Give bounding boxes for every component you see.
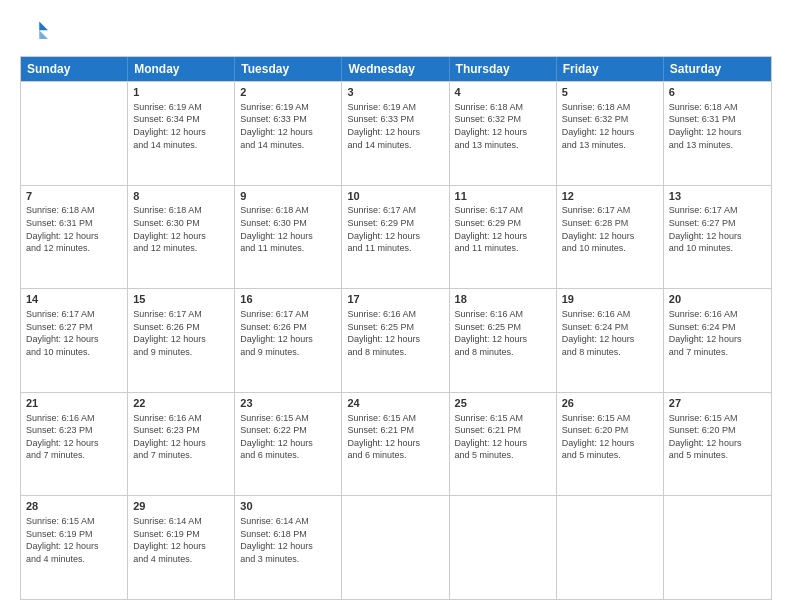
day-info: Sunrise: 6:16 AM Sunset: 6:25 PM Dayligh…	[455, 308, 551, 358]
day-info: Sunrise: 6:16 AM Sunset: 6:24 PM Dayligh…	[669, 308, 766, 358]
day-number: 27	[669, 396, 766, 411]
day-number: 29	[133, 499, 229, 514]
day-info: Sunrise: 6:17 AM Sunset: 6:27 PM Dayligh…	[669, 204, 766, 254]
day-number: 15	[133, 292, 229, 307]
calendar-cell-5: 5Sunrise: 6:18 AM Sunset: 6:32 PM Daylig…	[557, 82, 664, 185]
day-info: Sunrise: 6:17 AM Sunset: 6:28 PM Dayligh…	[562, 204, 658, 254]
calendar-cell-30: 30Sunrise: 6:14 AM Sunset: 6:18 PM Dayli…	[235, 496, 342, 599]
day-number: 1	[133, 85, 229, 100]
calendar-cell-10: 10Sunrise: 6:17 AM Sunset: 6:29 PM Dayli…	[342, 186, 449, 289]
day-info: Sunrise: 6:17 AM Sunset: 6:26 PM Dayligh…	[240, 308, 336, 358]
header-day-monday: Monday	[128, 57, 235, 81]
day-number: 8	[133, 189, 229, 204]
calendar-cell-21: 21Sunrise: 6:16 AM Sunset: 6:23 PM Dayli…	[21, 393, 128, 496]
day-number: 10	[347, 189, 443, 204]
day-info: Sunrise: 6:15 AM Sunset: 6:21 PM Dayligh…	[347, 412, 443, 462]
day-info: Sunrise: 6:19 AM Sunset: 6:33 PM Dayligh…	[240, 101, 336, 151]
calendar-cell-6: 6Sunrise: 6:18 AM Sunset: 6:31 PM Daylig…	[664, 82, 771, 185]
calendar-cell-8: 8Sunrise: 6:18 AM Sunset: 6:30 PM Daylig…	[128, 186, 235, 289]
day-number: 18	[455, 292, 551, 307]
header	[20, 18, 772, 46]
day-number: 11	[455, 189, 551, 204]
calendar-cell-17: 17Sunrise: 6:16 AM Sunset: 6:25 PM Dayli…	[342, 289, 449, 392]
logo	[20, 18, 52, 46]
calendar-row-5: 28Sunrise: 6:15 AM Sunset: 6:19 PM Dayli…	[21, 495, 771, 599]
calendar-cell-18: 18Sunrise: 6:16 AM Sunset: 6:25 PM Dayli…	[450, 289, 557, 392]
calendar-cell-26: 26Sunrise: 6:15 AM Sunset: 6:20 PM Dayli…	[557, 393, 664, 496]
day-info: Sunrise: 6:14 AM Sunset: 6:18 PM Dayligh…	[240, 515, 336, 565]
day-info: Sunrise: 6:16 AM Sunset: 6:23 PM Dayligh…	[133, 412, 229, 462]
calendar-cell-empty	[450, 496, 557, 599]
day-info: Sunrise: 6:18 AM Sunset: 6:31 PM Dayligh…	[669, 101, 766, 151]
calendar-cell-9: 9Sunrise: 6:18 AM Sunset: 6:30 PM Daylig…	[235, 186, 342, 289]
day-info: Sunrise: 6:17 AM Sunset: 6:27 PM Dayligh…	[26, 308, 122, 358]
day-info: Sunrise: 6:15 AM Sunset: 6:20 PM Dayligh…	[669, 412, 766, 462]
day-number: 23	[240, 396, 336, 411]
calendar-cell-28: 28Sunrise: 6:15 AM Sunset: 6:19 PM Dayli…	[21, 496, 128, 599]
day-info: Sunrise: 6:16 AM Sunset: 6:24 PM Dayligh…	[562, 308, 658, 358]
day-info: Sunrise: 6:16 AM Sunset: 6:23 PM Dayligh…	[26, 412, 122, 462]
calendar-row-3: 14Sunrise: 6:17 AM Sunset: 6:27 PM Dayli…	[21, 288, 771, 392]
calendar: SundayMondayTuesdayWednesdayThursdayFrid…	[20, 56, 772, 600]
calendar-cell-16: 16Sunrise: 6:17 AM Sunset: 6:26 PM Dayli…	[235, 289, 342, 392]
calendar-cell-12: 12Sunrise: 6:17 AM Sunset: 6:28 PM Dayli…	[557, 186, 664, 289]
day-number: 19	[562, 292, 658, 307]
calendar-cell-15: 15Sunrise: 6:17 AM Sunset: 6:26 PM Dayli…	[128, 289, 235, 392]
calendar-header: SundayMondayTuesdayWednesdayThursdayFrid…	[21, 57, 771, 81]
header-day-friday: Friday	[557, 57, 664, 81]
day-number: 13	[669, 189, 766, 204]
day-info: Sunrise: 6:18 AM Sunset: 6:30 PM Dayligh…	[133, 204, 229, 254]
day-info: Sunrise: 6:19 AM Sunset: 6:33 PM Dayligh…	[347, 101, 443, 151]
day-info: Sunrise: 6:19 AM Sunset: 6:34 PM Dayligh…	[133, 101, 229, 151]
page: SundayMondayTuesdayWednesdayThursdayFrid…	[0, 0, 792, 612]
calendar-row-4: 21Sunrise: 6:16 AM Sunset: 6:23 PM Dayli…	[21, 392, 771, 496]
calendar-cell-13: 13Sunrise: 6:17 AM Sunset: 6:27 PM Dayli…	[664, 186, 771, 289]
header-day-wednesday: Wednesday	[342, 57, 449, 81]
day-info: Sunrise: 6:15 AM Sunset: 6:22 PM Dayligh…	[240, 412, 336, 462]
calendar-cell-19: 19Sunrise: 6:16 AM Sunset: 6:24 PM Dayli…	[557, 289, 664, 392]
day-info: Sunrise: 6:18 AM Sunset: 6:31 PM Dayligh…	[26, 204, 122, 254]
day-info: Sunrise: 6:15 AM Sunset: 6:19 PM Dayligh…	[26, 515, 122, 565]
calendar-cell-3: 3Sunrise: 6:19 AM Sunset: 6:33 PM Daylig…	[342, 82, 449, 185]
calendar-cell-25: 25Sunrise: 6:15 AM Sunset: 6:21 PM Dayli…	[450, 393, 557, 496]
day-number: 26	[562, 396, 658, 411]
calendar-cell-1: 1Sunrise: 6:19 AM Sunset: 6:34 PM Daylig…	[128, 82, 235, 185]
day-info: Sunrise: 6:16 AM Sunset: 6:25 PM Dayligh…	[347, 308, 443, 358]
calendar-cell-2: 2Sunrise: 6:19 AM Sunset: 6:33 PM Daylig…	[235, 82, 342, 185]
day-number: 20	[669, 292, 766, 307]
day-number: 21	[26, 396, 122, 411]
calendar-cell-7: 7Sunrise: 6:18 AM Sunset: 6:31 PM Daylig…	[21, 186, 128, 289]
day-info: Sunrise: 6:17 AM Sunset: 6:29 PM Dayligh…	[347, 204, 443, 254]
calendar-row-1: 1Sunrise: 6:19 AM Sunset: 6:34 PM Daylig…	[21, 81, 771, 185]
calendar-cell-29: 29Sunrise: 6:14 AM Sunset: 6:19 PM Dayli…	[128, 496, 235, 599]
day-info: Sunrise: 6:18 AM Sunset: 6:32 PM Dayligh…	[562, 101, 658, 151]
header-day-saturday: Saturday	[664, 57, 771, 81]
header-day-sunday: Sunday	[21, 57, 128, 81]
header-day-thursday: Thursday	[450, 57, 557, 81]
day-info: Sunrise: 6:15 AM Sunset: 6:20 PM Dayligh…	[562, 412, 658, 462]
logo-icon	[20, 18, 48, 46]
svg-marker-0	[39, 22, 48, 31]
calendar-cell-4: 4Sunrise: 6:18 AM Sunset: 6:32 PM Daylig…	[450, 82, 557, 185]
day-number: 28	[26, 499, 122, 514]
day-number: 24	[347, 396, 443, 411]
day-number: 17	[347, 292, 443, 307]
day-number: 3	[347, 85, 443, 100]
day-info: Sunrise: 6:15 AM Sunset: 6:21 PM Dayligh…	[455, 412, 551, 462]
calendar-cell-empty	[557, 496, 664, 599]
calendar-cell-14: 14Sunrise: 6:17 AM Sunset: 6:27 PM Dayli…	[21, 289, 128, 392]
day-number: 25	[455, 396, 551, 411]
day-info: Sunrise: 6:17 AM Sunset: 6:29 PM Dayligh…	[455, 204, 551, 254]
calendar-cell-27: 27Sunrise: 6:15 AM Sunset: 6:20 PM Dayli…	[664, 393, 771, 496]
calendar-cell-empty	[664, 496, 771, 599]
calendar-cell-22: 22Sunrise: 6:16 AM Sunset: 6:23 PM Dayli…	[128, 393, 235, 496]
calendar-cell-23: 23Sunrise: 6:15 AM Sunset: 6:22 PM Dayli…	[235, 393, 342, 496]
calendar-cell-empty	[21, 82, 128, 185]
day-number: 2	[240, 85, 336, 100]
calendar-cell-11: 11Sunrise: 6:17 AM Sunset: 6:29 PM Dayli…	[450, 186, 557, 289]
day-info: Sunrise: 6:17 AM Sunset: 6:26 PM Dayligh…	[133, 308, 229, 358]
day-info: Sunrise: 6:14 AM Sunset: 6:19 PM Dayligh…	[133, 515, 229, 565]
calendar-row-2: 7Sunrise: 6:18 AM Sunset: 6:31 PM Daylig…	[21, 185, 771, 289]
day-number: 6	[669, 85, 766, 100]
day-number: 14	[26, 292, 122, 307]
